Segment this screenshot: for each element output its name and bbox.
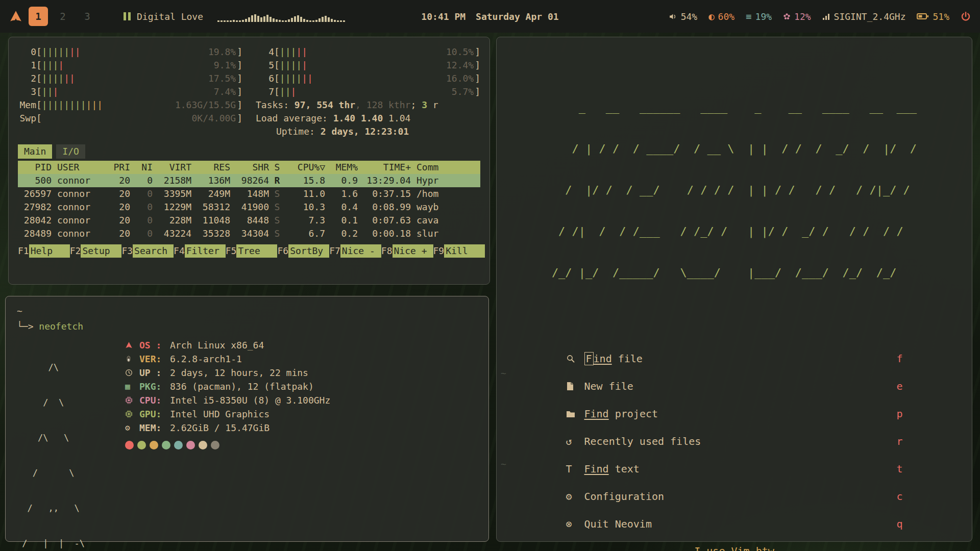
new-file-icon [566,382,584,391]
load-values: 1.40 1.40 [333,113,388,123]
fkey-kill[interactable]: F9Kill [433,244,485,258]
uptime-line: Uptime: 2 days, 12:23:01 [256,125,480,138]
memory-value: 19% [755,11,772,22]
search-icon [566,354,584,363]
package-icon: ▦ [125,382,139,391]
menu-item-configuration[interactable]: ⚙ Configuration c [566,483,903,510]
cpu-meter-1: 1[||||9.1%] [18,59,242,72]
memory-module[interactable]: ≡ 19% [746,11,772,22]
gpu-chip-icon [125,410,139,418]
table-row[interactable]: 28042connor200228M110488448S7.30.10:07.6… [18,214,480,227]
status-bar: 1 2 3 Digital Love 10:41 PM Saturday Apr… [0,0,980,33]
htop-meters: 0[|||||||19.8%] 1[||||9.1%] 2[||||||17.5… [18,45,480,138]
menu-item-new-file[interactable]: New file e [566,372,903,400]
shortcut-key: t [896,463,902,475]
tab-main[interactable]: Main [18,144,52,159]
clock-module[interactable]: 10:41 PM Saturday Apr 01 [421,11,558,22]
cpu-value: 12% [794,11,811,22]
workspace-button-2[interactable]: 2 [53,7,72,26]
folder-icon [566,410,584,418]
tasks-kthr: , 128 kthr [355,99,410,110]
workspace-button-3[interactable]: 3 [78,7,97,26]
memory-icon: ≡ [746,12,751,21]
fkey-sortby[interactable]: F6SortBy [277,244,329,258]
cpu-chip-icon [125,396,139,404]
battery-icon [917,12,929,21]
load-last: 1.04 [388,113,410,123]
command-text: neofetch [39,321,83,332]
function-key-bar: F1Help F2Setup F3Search F4Filter F5Tree … [18,244,480,258]
table-row[interactable]: 27982connor2001229M5831241900S10.30.40:0… [18,201,480,214]
network-module[interactable]: SIGINT_2.4GHz [822,11,906,22]
fkey-help[interactable]: F1Help [18,244,70,258]
brightness-module[interactable]: ◐ 60% [708,11,734,22]
audio-visualizer [217,11,345,22]
process-table: PIDUSERPRINIVIRTRESSHRSCPU%▽MEM%TIME+Com… [18,161,480,240]
clock-time: 10:41 PM [421,11,465,22]
cpu-meter-2: 2[||||||17.5%] [18,72,242,85]
shortcut-key: f [896,353,902,365]
signal-bars-icon [822,13,830,20]
cpu-meter-7: 7[|||5.7%] [256,85,480,98]
menu-item-find-text[interactable]: T Find text t [566,455,903,483]
fkey-filter[interactable]: F4Filter [174,244,226,258]
tasks-line: Tasks: 97, 554 thr, 128 kthr; 3 r [256,98,480,112]
load-line: Load average: 1.40 1.40 1.04 [256,112,480,125]
swap-meter: Swp[0K/4.00G] [18,112,242,125]
pause-icon[interactable] [124,12,131,20]
brightness-icon: ◐ [708,12,714,21]
uptime-value: 2 days, 12:23:01 [321,126,409,137]
power-button[interactable] [961,11,971,21]
speaker-icon [669,12,677,21]
shortcut-key: e [896,380,902,392]
load-label: Load average: [256,113,333,123]
vim-tilde: ~ [501,459,506,469]
info-cpu: CPU:Intel i5-8350U (8) @ 3.100GHz [125,393,330,407]
tasks-running: 3 [422,99,427,110]
bar-right: 54% ◐ 60% ≡ 19% 12% SIGINT_2.4GHz 51% [669,11,980,22]
cpu-meter-6: 6[||||||16.0%] [256,72,480,85]
shortcut-key: p [896,408,902,420]
info-os: OS :Arch Linux x86_64 [125,338,330,352]
dashboard-footer: I use Vim btw [497,545,972,551]
arch-logo-icon[interactable] [8,9,23,24]
table-row[interactable]: 28489connor200432243532834304S6.70.20:00… [18,227,480,240]
fkey-setup[interactable]: F2Setup [70,244,122,258]
dashboard-cursor: F [584,352,594,365]
fkey-nice-plus[interactable]: F8Nice + [381,244,433,258]
neofetch-output: /\ / \ /\ \ / \ / ,, \ / | | -\ /_-'' ''… [17,338,477,551]
table-row-selected[interactable]: 500connor2002158M136M98264R15.80.913:29.… [18,174,480,187]
table-row[interactable]: 26597connor2003395M249M148MS11.01.60:37.… [18,187,480,201]
htop-meters-left: 0[|||||||19.8%] 1[||||9.1%] 2[||||||17.5… [18,45,242,138]
tab-io[interactable]: I/O [56,144,85,159]
workspace-button-1[interactable]: 1 [29,7,48,26]
volume-module[interactable]: 54% [669,11,698,22]
menu-item-find-file[interactable]: Find file f [566,345,903,372]
fkey-nice-minus[interactable]: F7Nice - [329,244,381,258]
htop-meters-right: 4[|||||10.5%] 5[|||||12.4%] 6[||||||16.0… [256,45,480,138]
table-header-row[interactable]: PIDUSERPRINIVIRTRESSHRSCPU%▽MEM%TIME+Com… [18,161,480,174]
menu-item-quit[interactable]: ⊗ Quit Neovim q [566,510,903,538]
gear-icon: ⚙ [125,423,139,433]
arch-ascii-art: /\ / \ /\ \ / \ / ,, \ / | | -\ /_-'' ''… [17,338,114,551]
text-icon: T [566,463,584,475]
fkey-tree[interactable]: F5Tree [226,244,278,258]
menu-item-recent-files[interactable]: ↺ Recently used files r [566,428,903,455]
fkey-search[interactable]: F3Search [121,244,174,258]
info-uptime: UP :2 days, 12 hours, 22 mins [125,366,330,380]
neovim-window: ~ ~ _ __ ______ ____ _ __ ____ __ ___ / … [496,37,972,542]
arch-icon [125,341,139,349]
neofetch-info: OS :Arch Linux x86_64 VER:6.2.8-arch1-1 … [125,338,330,551]
vim-tilde: ~ [501,368,506,379]
brightness-value: 60% [718,11,735,22]
battery-module[interactable]: 51% [917,11,949,22]
htop-tabs: Main I/O [18,144,480,159]
cpu-module[interactable]: 12% [783,11,811,22]
mem-meter: Mem[|||||||||||1.63G/15.5G] [18,98,242,112]
clock-date: Saturday Apr 01 [476,11,559,22]
media-module: Digital Love [124,11,345,22]
terminal-window: ~ └─> neofetch /\ / \ /\ \ / \ / ,, \ / … [5,296,489,542]
command-line: └─> neofetch [17,319,477,334]
menu-item-find-project[interactable]: Find project p [566,400,903,428]
neovim-ascii-logo: _ __ ______ ____ _ __ ____ __ ___ / | / … [552,73,917,307]
